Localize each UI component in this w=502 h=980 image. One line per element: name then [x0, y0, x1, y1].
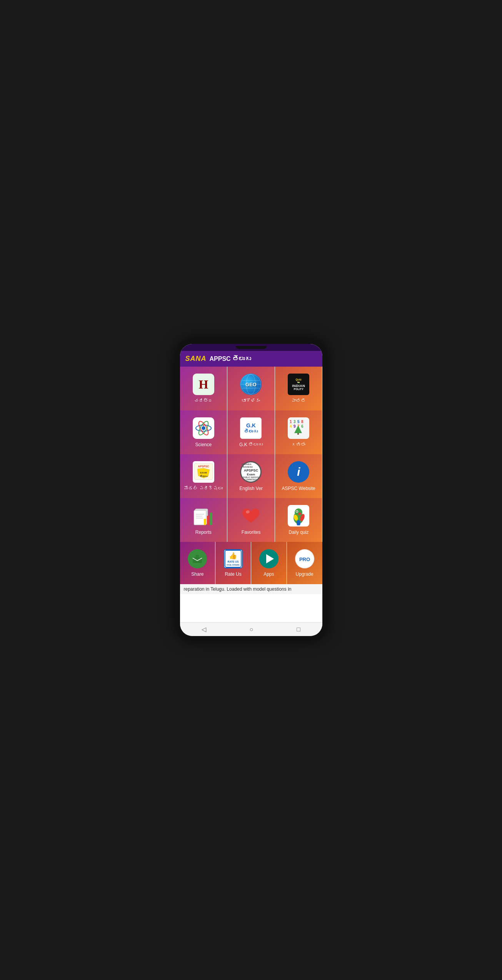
cell-website[interactable]: i ASPSC Website: [275, 454, 322, 498]
model-label: మోడల్ పరీక్షలు: [184, 486, 223, 491]
grid-container: H చరిత్ర GEO భూగోళకం: [180, 367, 322, 622]
cell-math[interactable]: 1 3 5 8 4 9 7 6: [275, 410, 322, 454]
upgrade-label: Upgrade: [296, 571, 314, 577]
cell-polity[interactable]: Quiz 🇮🇳 INDIAN POLITY పాలిటీ: [275, 367, 322, 410]
scroll-text-content: reparation in Telugu. Loaded with model …: [184, 586, 292, 592]
english-icon: ANDHRA PRADESH APSPSC Exam PUBLIC SERVIC…: [240, 461, 262, 483]
website-icon: i: [288, 461, 309, 483]
geo-label: భూగోళకం: [242, 398, 260, 404]
science-icon: [193, 417, 214, 439]
svg-text:4: 4: [290, 424, 292, 429]
grid-row-5: Share 👍 RATE US FIVE STARS Rate Us: [180, 542, 322, 584]
favorites-label: Favorites: [242, 530, 260, 535]
reports-icon: [193, 505, 214, 527]
svg-text:RATE US: RATE US: [228, 560, 239, 563]
website-label: ASPSC Website: [282, 486, 315, 491]
status-bar: [180, 344, 322, 351]
polity-polity: POLITY: [294, 388, 304, 390]
daily-quiz-icon: [288, 505, 309, 527]
share-label: Share: [191, 571, 203, 577]
svg-point-39: [297, 511, 298, 512]
phone-screen: SANA APPSC తెలుగు H చరిత్ర: [180, 344, 322, 636]
svg-text:8: 8: [301, 420, 304, 424]
cell-history[interactable]: H చరిత్ర: [180, 367, 227, 410]
home-button[interactable]: ○: [246, 625, 257, 635]
recent-button[interactable]: □: [293, 625, 304, 635]
polity-icon: Quiz 🇮🇳 INDIAN POLITY: [288, 374, 309, 395]
svg-rect-32: [207, 516, 209, 525]
app-header: SANA APPSC తెలుగు: [180, 351, 322, 367]
cell-favorites[interactable]: Favorites: [227, 498, 275, 542]
math-icon: 1 3 5 8 4 9 7 6: [288, 417, 309, 439]
svg-text:6: 6: [301, 424, 304, 429]
cell-share[interactable]: Share: [180, 542, 215, 584]
cell-model[interactable]: APSPSC EXAM తెలుగు మోడల్ పరీక్షలు: [180, 454, 227, 498]
history-label: చరిత్ర: [194, 398, 213, 404]
svg-point-5: [202, 426, 205, 430]
geo-text: GEO: [245, 382, 257, 387]
svg-rect-33: [210, 513, 212, 525]
geo-icon: GEO: [240, 374, 262, 395]
gk-label: G.K తెలుగు: [239, 442, 263, 447]
polity-flag: 🇮🇳: [297, 381, 300, 384]
svg-text:FIVE STARS: FIVE STARS: [227, 564, 240, 566]
svg-text:PRO: PRO: [299, 556, 310, 562]
app-logo: SANA: [185, 355, 207, 363]
favorites-icon: [240, 505, 262, 527]
svg-text:తెలుగు: తెలుగు: [200, 475, 207, 478]
science-label: Science: [195, 442, 212, 447]
upgrade-icon: PRO: [295, 549, 314, 568]
cell-science[interactable]: Science: [180, 410, 227, 454]
polity-quiz: Quiz: [296, 378, 302, 381]
rate-icon: 👍 RATE US FIVE STARS: [223, 549, 243, 568]
model-icon: APSPSC EXAM తెలుగు: [193, 461, 214, 483]
cell-reports[interactable]: Reports: [180, 498, 227, 542]
daily-quiz-label: Daily quiz: [289, 530, 309, 535]
svg-text:9: 9: [294, 424, 296, 429]
history-icon: H: [193, 374, 214, 395]
grid-row-4: Reports Favorites: [180, 498, 322, 542]
english-label: English Ver: [239, 486, 263, 491]
reports-label: Reports: [195, 530, 212, 535]
app-title: APPSC తెలుగు: [210, 355, 251, 362]
cell-gk[interactable]: G.K తెలుగు G.K తెలుగు: [227, 410, 275, 454]
math-label: గణితం: [292, 442, 305, 447]
grid-row-1: H చరిత్ర GEO భూగోళకం: [180, 367, 322, 410]
polity-label: పాలిటీ: [291, 398, 306, 404]
apps-label: Apps: [264, 571, 274, 577]
svg-text:👍: 👍: [229, 552, 237, 560]
svg-rect-46: [196, 555, 199, 558]
nav-bar: ◁ ○ □: [180, 622, 322, 636]
share-icon: [188, 549, 207, 568]
apps-icon: [259, 549, 279, 568]
svg-text:APSPSC: APSPSC: [198, 465, 209, 468]
cell-geo[interactable]: GEO భూగోళకం: [227, 367, 275, 410]
phone-frame: SANA APPSC తెలుగు H చరిత్ర: [176, 340, 326, 640]
svg-point-9: [203, 424, 204, 426]
svg-rect-44: [193, 558, 202, 563]
svg-point-40: [298, 513, 301, 515]
back-button[interactable]: ◁: [198, 624, 210, 635]
polity-indian: INDIAN: [292, 384, 305, 388]
scroll-text-bar: reparation in Telugu. Loaded with model …: [180, 584, 322, 594]
rate-label: Rate Us: [225, 571, 241, 577]
notch: [236, 346, 267, 349]
cell-rate[interactable]: 👍 RATE US FIVE STARS Rate Us: [215, 542, 251, 584]
cell-daily-quiz[interactable]: Daily quiz: [275, 498, 322, 542]
svg-text:5: 5: [297, 420, 300, 424]
cell-apps[interactable]: Apps: [251, 542, 287, 584]
grid-row-2: Science G.K తెలుగు G.K తెలుగు 1 3: [180, 410, 322, 454]
svg-text:1: 1: [290, 420, 292, 424]
grid-row-3: APSPSC EXAM తెలుగు మోడల్ పరీక్షలు ANDHRA…: [180, 454, 322, 498]
cell-upgrade[interactable]: PRO Upgrade: [287, 542, 322, 584]
svg-rect-31: [204, 519, 206, 525]
svg-text:EXAM: EXAM: [200, 472, 207, 474]
cell-english[interactable]: ANDHRA PRADESH APSPSC Exam PUBLIC SERVIC…: [227, 454, 275, 498]
svg-text:3: 3: [294, 420, 296, 424]
gk-icon: G.K తెలుగు: [240, 417, 262, 439]
